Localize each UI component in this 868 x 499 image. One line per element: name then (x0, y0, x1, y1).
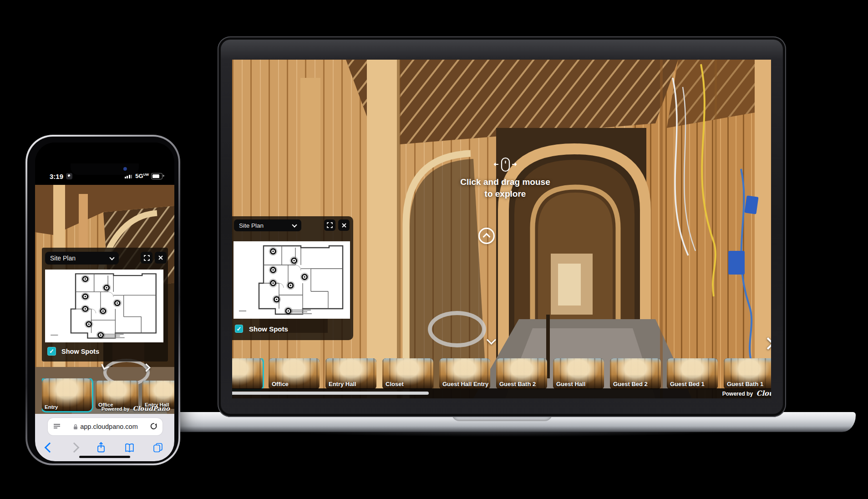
thumbnail-scrollbar[interactable] (232, 392, 429, 395)
cloudpano-logo: CloudPano (756, 389, 771, 397)
thumbnail-label: Office (272, 381, 289, 387)
powered-by: Powered by CloudPano (102, 405, 170, 412)
thumbnail[interactable]: Guest Hall (553, 358, 604, 389)
network-type: 5GUW (135, 173, 149, 179)
floor-plan[interactable] (45, 270, 163, 342)
show-spots-row: ✓ Show Spots (235, 325, 288, 333)
url-text: app.cloudpano.com (80, 423, 138, 430)
floor-plan-drawing (233, 241, 350, 319)
lock-icon (73, 424, 78, 430)
site-plan-panel: Site Plan (42, 248, 168, 362)
show-spots-checkbox[interactable]: ✓ (47, 347, 56, 356)
powered-by: Powered by CloudPano (722, 389, 771, 397)
phone: 3:19 5GUW (25, 135, 180, 465)
thumbnail-label: Guest Bed 2 (613, 381, 648, 387)
powered-by-prefix: Powered by (722, 391, 753, 397)
chevron-down-icon (487, 335, 496, 345)
thumbnail[interactable]: Guest Bed 2 (610, 358, 661, 389)
chevron-down-nav[interactable] (488, 336, 495, 345)
forward-button[interactable] (69, 443, 80, 453)
powered-by-prefix: Powered by (102, 406, 130, 412)
floor-plan-drawing (45, 270, 163, 342)
stage: Click and drag mouse to explore Site Pla… (0, 0, 868, 499)
thumbnail-strip[interactable]: Office Entry Hall Closet Guest Hall Entr… (232, 358, 771, 393)
chevron-down-icon (109, 255, 114, 260)
thumbnails-next-button[interactable] (764, 339, 771, 350)
thumbnail[interactable]: Office (269, 358, 320, 389)
thumbnail-label: Guest Bath 1 (727, 381, 763, 387)
chevron-down-icon (292, 222, 297, 227)
thumbnail[interactable]: Closet (382, 358, 433, 389)
thumbnail-label: Guest Bath 2 (499, 381, 536, 387)
home-indicator[interactable] (79, 456, 130, 458)
thumbnail-label: Entry (45, 404, 58, 410)
site-plan-dropdown[interactable]: Site Plan (234, 219, 301, 231)
refresh-icon[interactable] (150, 423, 157, 431)
fullscreen-button[interactable] (324, 219, 335, 231)
show-spots-label: Show Spots (249, 325, 288, 333)
fullscreen-icon (144, 255, 150, 261)
chevron-right-icon (142, 363, 150, 372)
chevron-up-icon (483, 233, 491, 241)
phone-notch (71, 163, 139, 175)
site-plan-panel: Site Plan (232, 216, 353, 340)
site-plan-dropdown[interactable]: Site Plan (45, 252, 119, 265)
show-spots-label: Show Spots (61, 348, 99, 355)
status-time: 3:19 (50, 173, 63, 180)
hint-line-1: Click and drag mouse (457, 176, 553, 188)
site-plan-dropdown-label: Site Plan (50, 255, 76, 262)
thumbnail[interactable]: Entry (42, 378, 92, 411)
address-bar[interactable]: app.cloudpano.com (48, 418, 162, 435)
floor-navigation-ring[interactable] (428, 311, 486, 347)
thumbnail-label: Guest Hall (556, 381, 585, 387)
browser-toolbar (35, 438, 174, 457)
browser-chrome: app.cloudpano.com (35, 414, 174, 461)
phone-bezel: 3:19 5GUW (27, 137, 178, 463)
thumbnail[interactable]: Guest Bath 2 (496, 358, 547, 389)
floor-plan[interactable] (233, 241, 350, 319)
show-spots-row: ✓ Show Spots (47, 347, 99, 356)
thumbnail-label: Entry Hall (329, 381, 356, 387)
back-button[interactable] (45, 443, 55, 453)
show-spots-checkbox[interactable]: ✓ (235, 325, 243, 333)
drag-hint: Click and drag mouse to explore (457, 157, 553, 199)
focus-mode-icon (66, 173, 72, 179)
battery-icon (151, 173, 162, 179)
thumbnail-image (232, 358, 263, 389)
bookmarks-button[interactable] (124, 443, 135, 453)
cloudpano-logo: CloudPano (133, 405, 170, 412)
close-panel-button[interactable] (338, 219, 350, 231)
close-icon (158, 255, 163, 260)
fullscreen-button[interactable] (141, 252, 152, 264)
thumbnail[interactable]: Guest Bath 1 (724, 358, 771, 389)
thumbnails-next-button[interactable] (143, 364, 149, 372)
thumbnail[interactable]: Guest Hall Entry (439, 358, 490, 389)
close-panel-button[interactable] (155, 252, 167, 264)
reader-icon[interactable] (52, 423, 61, 431)
navigate-up-button[interactable] (478, 228, 495, 244)
site-plan-dropdown-label: Site Plan (239, 222, 264, 229)
share-button[interactable] (96, 442, 107, 453)
hint-line-2: to explore (457, 188, 553, 200)
thumbnail-label: Closet (386, 381, 404, 387)
fullscreen-icon (327, 222, 333, 228)
laptop-screen: Click and drag mouse to explore Site Pla… (232, 60, 771, 398)
laptop: Click and drag mouse to explore Site Pla… (218, 36, 786, 417)
front-camera (123, 167, 127, 171)
thumbnail[interactable] (232, 358, 263, 389)
chevron-right-icon (762, 337, 771, 350)
phone-screen: 3:19 5GUW (35, 143, 174, 461)
thumbnail-label: Guest Bed 1 (670, 381, 705, 387)
tabs-button[interactable] (152, 442, 163, 453)
mouse-icon (492, 157, 518, 174)
thumbnail-label: Guest Hall Entry (442, 381, 488, 387)
close-icon (341, 223, 347, 228)
thumbnail[interactable]: Entry Hall (325, 358, 376, 389)
thumbnail[interactable]: Guest Bed 1 (667, 358, 718, 389)
